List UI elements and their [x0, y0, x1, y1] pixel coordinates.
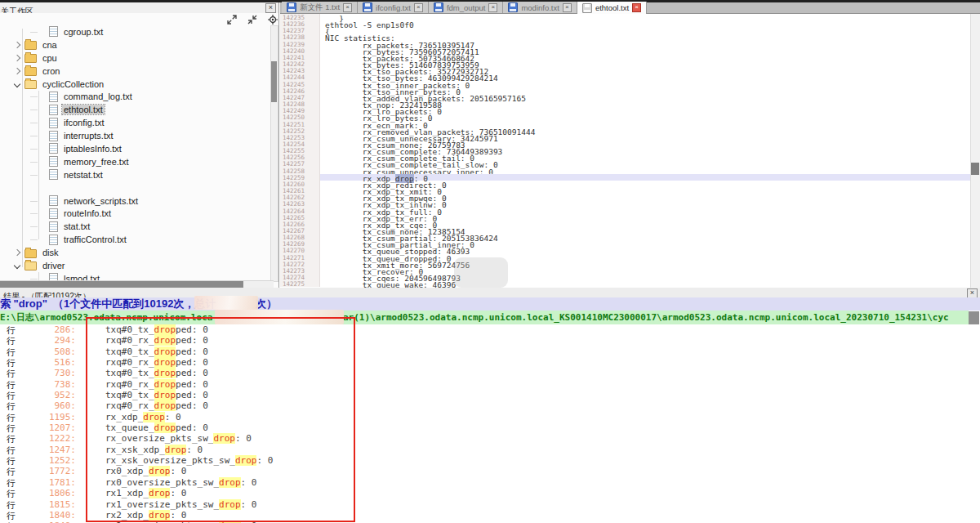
editor-line[interactable]: 142251 rx_ecn_mark: 0 — [280, 121, 980, 127]
tree-item[interactable]: network_scripts.txt — [0, 194, 271, 208]
expand-panel-icon[interactable] — [227, 15, 237, 25]
editor-line[interactable]: 142238 NIC statistics: — [280, 34, 980, 40]
tree-expand-chevron-icon[interactable] — [14, 262, 20, 269]
editor-tab[interactable]: 新文件 1.txt × — [282, 2, 358, 13]
tab-close-icon[interactable]: × — [414, 3, 423, 12]
tree-horizontal-scrollbar-thumb[interactable] — [0, 281, 243, 288]
tree-item[interactable]: memory_free.txt — [0, 155, 271, 168]
editor-line[interactable]: 142261 rx_xdp_tx_xmit: 0 — [280, 187, 980, 194]
editor-line[interactable]: 142259 rx_xdp_drop: 0 — [280, 174, 980, 181]
search-result-row[interactable]: 行 1772: rx0_xdp_drop: 0 — [0, 466, 980, 476]
tree-item[interactable]: disk — [0, 246, 271, 259]
editor-line[interactable]: 142269 tx_csum_partial_inner: 0 — [280, 240, 980, 247]
editor-tab[interactable]: fdm_output × — [429, 2, 504, 13]
editor-line[interactable]: 142239 rx_packets: 736510395147 — [280, 41, 980, 47]
editor-line[interactable]: 142264 rx_xdp_tx_full: 0 — [280, 208, 980, 214]
tree-item[interactable]: routeInfo.txt — [0, 207, 271, 220]
search-result-row[interactable]: 行 516: rxq#0_rx_dropped: 0 — [0, 357, 980, 368]
search-result-row[interactable]: 行 1222: rx_oversize_pkts_sw_drop: 0 — [0, 433, 980, 444]
editor-line[interactable]: 142262 rx_xdp_tx_mpwqe: 0 — [280, 194, 980, 200]
search-result-row[interactable]: 行 1840: rx2_xdp_drop: 0 — [0, 510, 980, 521]
result-file-path-line[interactable]: E:\日志\armod0523.odata.ncmp.unicom.loca a… — [0, 311, 969, 324]
editor-text-area[interactable]: 142235 } 142236 ethtool -S enp1s0f0 1422… — [280, 14, 980, 288]
editor-line[interactable]: 142235 } — [280, 14, 980, 20]
editor-line[interactable]: 142265 rx_xdp_tx_err: 0 — [280, 214, 980, 221]
tree-item[interactable]: interrupts.txt — [0, 129, 271, 142]
tree-expand-chevron-icon[interactable] — [14, 249, 20, 256]
editor-line[interactable]: 142246 tx_tso_inner_bytes: 0 — [280, 87, 980, 94]
search-result-row[interactable]: 行 1806: rx1_xdp_drop: 0 — [0, 488, 980, 498]
editor-line[interactable]: 142257 rx_csum_complete_tail_slow: 0 — [280, 160, 980, 167]
editor-line[interactable]: 142236 ethtool -S enp1s0f0 — [280, 20, 980, 27]
tree-item[interactable]: stat.txt — [0, 220, 271, 233]
editor-line[interactable]: 142256 rx_csum_complete_tail: 0 — [280, 154, 980, 160]
editor-line[interactable]: 142260 rx_xdp_redirect: 0 — [280, 181, 980, 187]
search-result-row[interactable]: 行 508: txq#0_tx_dropped: 0 — [0, 346, 980, 357]
tree-item[interactable]: cyclicCollection — [0, 78, 271, 91]
tree-item[interactable]: cpu — [0, 51, 271, 65]
tab-close-icon[interactable]: × — [632, 3, 641, 12]
search-result-row[interactable]: 行 1815: rx1_oversize_pkts_sw_drop: 0 — [0, 499, 980, 510]
search-result-row[interactable]: 行 1252: rx_xsk_oversize_pkts_sw_drop: 0 — [0, 455, 980, 466]
tree-item[interactable]: lsmod.txt — [0, 272, 271, 280]
editor-line[interactable]: 142249 rx_lro_packets: 0 — [280, 107, 980, 114]
editor-line[interactable]: 142266 rx_xdp_tx_cqe: 0 — [280, 221, 980, 227]
editor-line[interactable]: 142244 tx_tso_bytes: 463099429284214 — [280, 74, 980, 80]
editor-line[interactable]: 142247 tx_added_vlan_packets: 2051659571… — [280, 94, 980, 101]
editor-line[interactable]: 142271 tx_queue_dropped: 0 — [280, 254, 980, 261]
search-result-row[interactable]: 行 952: txq#0_tx_dropped: 0 — [0, 390, 980, 400]
editor-line[interactable]: 142255 rx_csum_complete: 736449389393 — [280, 147, 980, 154]
tree-expand-chevron-icon[interactable] — [14, 54, 20, 60]
editor-line[interactable]: 142268 tx_csum_partial: 205153836424 — [280, 234, 980, 240]
search-result-row[interactable]: 行 286: txq#0_tx_dropped: 0 — [0, 324, 980, 335]
tree-item[interactable]: command_log.txt — [0, 90, 271, 103]
locate-target-icon[interactable] — [268, 15, 278, 25]
search-result-row[interactable]: 行 1247: rx_xsk_xdp_drop: 0 — [0, 445, 980, 455]
tree-item[interactable]: iptablesInfo.txt — [0, 142, 271, 155]
tab-close-icon[interactable]: × — [563, 3, 572, 12]
collapse-panel-icon[interactable] — [247, 15, 257, 25]
search-result-row[interactable]: 行 1207: tx_queue_dropped: 0 — [0, 422, 980, 433]
editor-tab[interactable]: ethtool.txt × — [577, 2, 647, 14]
tree-item[interactable]: trafficControl.txt — [0, 233, 271, 246]
tree-item[interactable]: cna — [0, 38, 271, 51]
editor-line[interactable]: 142258 rx_csum_unnecessary_inner: 0 — [280, 168, 980, 174]
search-result-row[interactable]: 行 294: rxq#0_rx_dropped: 0 — [0, 335, 980, 346]
tree-item[interactable]: ifconfig.txt — [0, 116, 271, 129]
results-vertical-scrollbar-thumb[interactable] — [969, 311, 979, 324]
editor-vertical-scrollbar[interactable] — [970, 14, 980, 288]
search-result-row[interactable]: 行 960: rxq#0_rx_dropped: 0 — [0, 400, 980, 411]
editor-line[interactable]: 142272 tx_xmit_more: 569724756 — [280, 261, 980, 267]
tree-item[interactable]: netstat.txt — [0, 168, 271, 181]
tree-expand-chevron-icon[interactable] — [14, 80, 20, 87]
editor-vertical-scrollbar-thumb[interactable] — [971, 163, 979, 175]
editor-tab[interactable]: ifconfig.txt × — [358, 2, 429, 13]
tree-expand-chevron-icon[interactable] — [14, 67, 20, 74]
tree-expand-chevron-icon[interactable] — [14, 42, 20, 48]
editor-line[interactable]: 142263 rx_xdp_tx_inlnw: 0 — [280, 200, 980, 207]
editor-line[interactable]: 142245 tx_tso_inner_packets: 0 — [280, 81, 980, 87]
editor-line[interactable]: 142250 rx_lro_bytes: 0 — [280, 114, 980, 120]
tree-item[interactable]: driver — [0, 259, 271, 272]
editor-line[interactable]: 142274 tx_cqes: 204596498793 — [280, 274, 980, 280]
search-result-row[interactable]: 行 730: txq#0_tx_dropped: 0 — [0, 368, 980, 378]
tree-vertical-scrollbar-thumb[interactable] — [271, 61, 277, 102]
editor-line[interactable]: 142241 tx_packets: 507354668642 — [280, 54, 980, 60]
editor-line[interactable]: 142273 tx_recover: 0 — [280, 267, 980, 274]
editor-line[interactable]: 142243 tx_tso_packets: 35272932712 — [280, 67, 980, 74]
editor-line[interactable]: 142248 tx_nop: 232419588 — [280, 101, 980, 107]
editor-line[interactable]: 142253 rx_csum_unnecessary: 34245971 — [280, 134, 980, 141]
editor-line[interactable]: 142242 tx_bytes: 514607839753959 — [280, 60, 980, 67]
tree-item[interactable]: cgroup.txt — [0, 25, 271, 38]
tab-close-icon[interactable]: × — [343, 3, 352, 12]
tree-item[interactable]: cron — [0, 65, 271, 78]
tab-close-icon[interactable]: × — [488, 3, 497, 12]
editor-line[interactable]: 142254 rx_csum_none: 26759783 — [280, 141, 980, 147]
search-result-row[interactable]: 行 1781: rx0_oversize_pkts_sw_drop: 0 — [0, 477, 980, 488]
editor-line[interactable]: 142240 rx_bytes: 735960572057411 — [280, 47, 980, 54]
editor-line[interactable]: 142270 tx_queue_stopped: 46393 — [280, 247, 980, 253]
workspace-close-button[interactable]: × — [265, 3, 276, 13]
editor-line[interactable]: 142252 rx_removed_vlan_packets: 73651009… — [280, 127, 980, 134]
editor-line[interactable]: 142267 tx_csum_none: 12385154 — [280, 227, 980, 234]
search-result-row[interactable]: 行 738: rxq#0_rx_dropped: 0 — [0, 379, 980, 390]
